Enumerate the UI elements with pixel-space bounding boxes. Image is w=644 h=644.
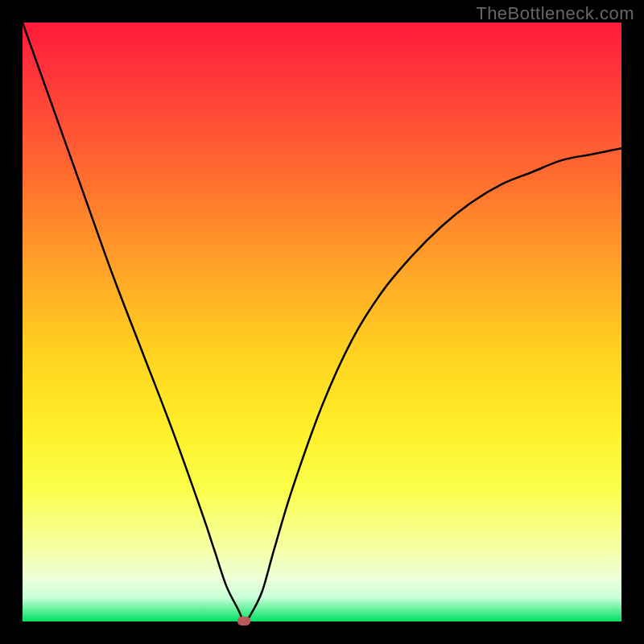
- bottleneck-curve: [23, 23, 621, 621]
- watermark-text: TheBottleneck.com: [476, 3, 634, 24]
- plot-area: [23, 23, 621, 621]
- optimal-marker: [237, 617, 250, 625]
- chart-frame: TheBottleneck.com: [0, 0, 644, 644]
- curve-path: [23, 23, 621, 621]
